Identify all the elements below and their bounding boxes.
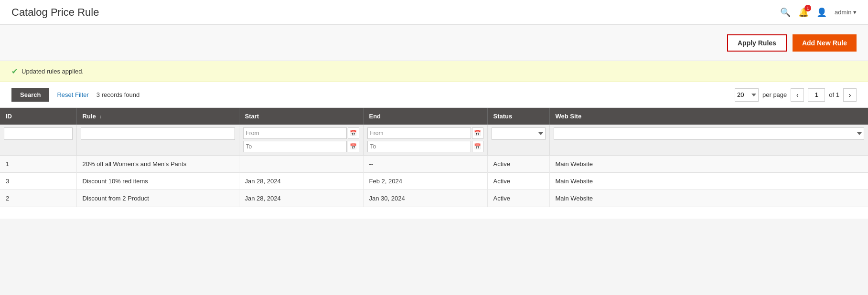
row-end: Feb 2, 2024 bbox=[363, 173, 487, 190]
pagination-controls: 20 30 50 per page ‹ of 1 › bbox=[735, 88, 857, 102]
filter-rule-input[interactable] bbox=[81, 127, 235, 140]
table-header-row: ID Rule ↓ Start End Status Web Site bbox=[0, 108, 868, 125]
filter-id-input[interactable] bbox=[4, 127, 73, 140]
col-header-end: End bbox=[363, 108, 487, 125]
table-row: 2 Discount from 2 Product Jan 28, 2024 J… bbox=[0, 190, 868, 207]
table-container: ID Rule ↓ Start End Status Web Site bbox=[0, 108, 868, 219]
end-to-input[interactable] bbox=[367, 141, 471, 152]
row-rule: 20% off all Women's and Men's Pants bbox=[76, 156, 239, 173]
filter-end-cell: 📅 📅 bbox=[363, 125, 487, 156]
success-text: Updated rules applied. bbox=[21, 68, 84, 75]
action-bar: Apply Rules Add New Rule bbox=[0, 25, 868, 61]
page-number-input[interactable] bbox=[808, 88, 825, 102]
add-new-rule-button[interactable]: Add New Rule bbox=[793, 34, 857, 52]
reset-filter-button[interactable]: Reset Filter bbox=[57, 91, 88, 98]
end-from-wrapper: 📅 bbox=[367, 127, 483, 139]
catalog-price-rule-table: ID Rule ↓ Start End Status Web Site bbox=[0, 108, 868, 207]
row-id: 1 bbox=[0, 156, 76, 173]
sort-icon-rule: ↓ bbox=[99, 114, 102, 119]
success-message: ✔ Updated rules applied. bbox=[0, 61, 868, 82]
check-icon: ✔ bbox=[11, 67, 18, 76]
row-end: -- bbox=[363, 156, 487, 173]
filter-start-cell: 📅 📅 bbox=[239, 125, 363, 156]
end-to-calendar-icon[interactable]: 📅 bbox=[472, 141, 483, 152]
next-page-button[interactable]: › bbox=[843, 88, 857, 102]
row-rule: Discount from 2 Product bbox=[76, 190, 239, 207]
start-from-calendar-icon[interactable]: 📅 bbox=[348, 127, 359, 139]
col-header-website: Web Site bbox=[549, 108, 868, 125]
search-bar: Search Reset Filter 3 records found 20 3… bbox=[0, 82, 868, 108]
page-title: Catalog Price Rule bbox=[11, 6, 99, 19]
start-to-input[interactable] bbox=[243, 141, 347, 152]
row-id: 2 bbox=[0, 190, 76, 207]
admin-label[interactable]: admin ▾ bbox=[835, 9, 857, 16]
page-of-label: of 1 bbox=[829, 91, 839, 98]
top-bar: Catalog Price Rule 🔍 🔔 1 👤 admin ▾ bbox=[0, 0, 868, 25]
row-id: 3 bbox=[0, 173, 76, 190]
row-website: Main Website bbox=[549, 190, 868, 207]
end-from-calendar-icon[interactable]: 📅 bbox=[472, 127, 483, 139]
start-to-calendar-icon[interactable]: 📅 bbox=[348, 141, 359, 152]
filter-website-select[interactable]: Main Website bbox=[554, 127, 865, 140]
end-to-wrapper: 📅 bbox=[367, 141, 483, 152]
table-row: 1 20% off all Women's and Men's Pants --… bbox=[0, 156, 868, 173]
search-icon[interactable]: 🔍 bbox=[780, 7, 791, 18]
notification-icon[interactable]: 🔔 1 bbox=[798, 7, 809, 18]
row-start: Jan 28, 2024 bbox=[239, 190, 363, 207]
row-status: Active bbox=[487, 190, 549, 207]
row-rule: Discount 10% red items bbox=[76, 173, 239, 190]
filter-row: 📅 📅 📅 📅 bbox=[0, 125, 868, 156]
start-from-input[interactable] bbox=[243, 127, 347, 139]
records-found: 3 records found bbox=[96, 91, 139, 98]
filter-website-cell: Main Website bbox=[549, 125, 868, 156]
row-status: Active bbox=[487, 156, 549, 173]
table-row: 3 Discount 10% red items Jan 28, 2024 Fe… bbox=[0, 173, 868, 190]
col-header-rule[interactable]: Rule ↓ bbox=[76, 108, 239, 125]
col-header-status: Status bbox=[487, 108, 549, 125]
start-to-wrapper: 📅 bbox=[243, 141, 359, 152]
end-from-input[interactable] bbox=[367, 127, 471, 139]
filter-status-cell: Active Inactive bbox=[487, 125, 549, 156]
row-end: Jan 30, 2024 bbox=[363, 190, 487, 207]
prev-page-button[interactable]: ‹ bbox=[791, 88, 804, 102]
col-header-start: Start bbox=[239, 108, 363, 125]
search-button[interactable]: Search bbox=[11, 88, 49, 102]
per-page-label: per page bbox=[762, 91, 787, 98]
person-icon: 👤 bbox=[816, 7, 827, 18]
filter-id-cell bbox=[0, 125, 76, 156]
filter-rule-cell bbox=[76, 125, 239, 156]
start-from-wrapper: 📅 bbox=[243, 127, 359, 139]
notification-badge: 1 bbox=[804, 5, 811, 11]
per-page-select[interactable]: 20 30 50 bbox=[735, 88, 759, 102]
row-website: Main Website bbox=[549, 173, 868, 190]
filter-status-select[interactable]: Active Inactive bbox=[492, 127, 546, 140]
col-header-id: ID bbox=[0, 108, 76, 125]
row-start: Jan 28, 2024 bbox=[239, 173, 363, 190]
row-website: Main Website bbox=[549, 156, 868, 173]
row-start bbox=[239, 156, 363, 173]
apply-rules-button[interactable]: Apply Rules bbox=[727, 34, 787, 52]
top-bar-icons: 🔍 🔔 1 👤 admin ▾ bbox=[780, 7, 857, 18]
row-status: Active bbox=[487, 173, 549, 190]
